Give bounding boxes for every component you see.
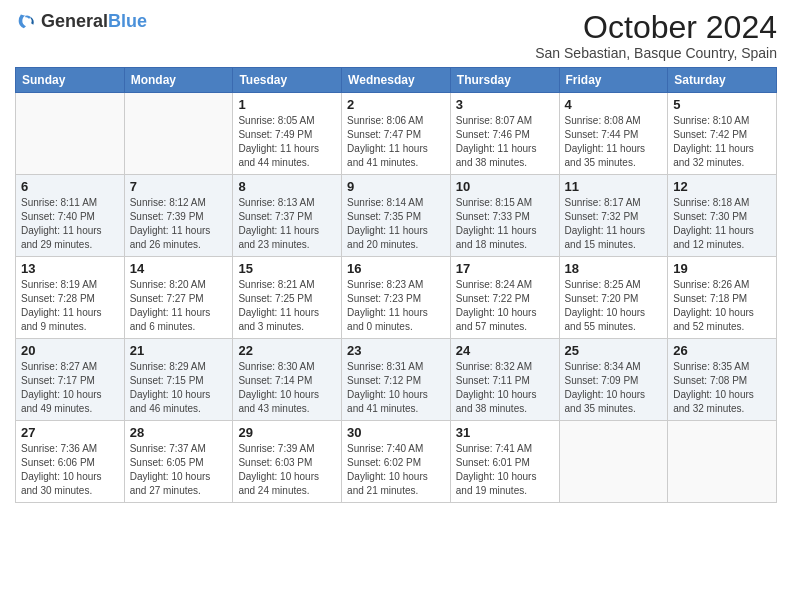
month-year: October 2024 [535,10,777,45]
day-number: 10 [456,179,554,194]
day-number: 6 [21,179,119,194]
calendar-row: 27Sunrise: 7:36 AM Sunset: 6:06 PM Dayli… [16,421,777,503]
day-number: 25 [565,343,663,358]
day-info: Sunrise: 7:36 AM Sunset: 6:06 PM Dayligh… [21,442,119,498]
table-row: 4Sunrise: 8:08 AM Sunset: 7:44 PM Daylig… [559,93,668,175]
table-row: 15Sunrise: 8:21 AM Sunset: 7:25 PM Dayli… [233,257,342,339]
table-row [559,421,668,503]
day-number: 19 [673,261,771,276]
day-info: Sunrise: 8:26 AM Sunset: 7:18 PM Dayligh… [673,278,771,334]
table-row: 9Sunrise: 8:14 AM Sunset: 7:35 PM Daylig… [342,175,451,257]
day-number: 15 [238,261,336,276]
logo-icon [15,10,37,32]
day-number: 12 [673,179,771,194]
day-number: 4 [565,97,663,112]
logo-general: General [41,12,108,30]
table-row: 8Sunrise: 8:13 AM Sunset: 7:37 PM Daylig… [233,175,342,257]
table-row [668,421,777,503]
location: San Sebastian, Basque Country, Spain [535,45,777,61]
day-info: Sunrise: 8:32 AM Sunset: 7:11 PM Dayligh… [456,360,554,416]
header: General Blue October 2024 San Sebastian,… [15,10,777,61]
table-row [16,93,125,175]
day-info: Sunrise: 8:23 AM Sunset: 7:23 PM Dayligh… [347,278,445,334]
day-info: Sunrise: 8:24 AM Sunset: 7:22 PM Dayligh… [456,278,554,334]
logo-blue: Blue [108,12,147,30]
day-info: Sunrise: 8:07 AM Sunset: 7:46 PM Dayligh… [456,114,554,170]
day-info: Sunrise: 8:14 AM Sunset: 7:35 PM Dayligh… [347,196,445,252]
day-number: 31 [456,425,554,440]
table-row: 13Sunrise: 8:19 AM Sunset: 7:28 PM Dayli… [16,257,125,339]
calendar: Sunday Monday Tuesday Wednesday Thursday… [15,67,777,503]
table-row: 2Sunrise: 8:06 AM Sunset: 7:47 PM Daylig… [342,93,451,175]
day-number: 23 [347,343,445,358]
day-info: Sunrise: 8:15 AM Sunset: 7:33 PM Dayligh… [456,196,554,252]
table-row: 25Sunrise: 8:34 AM Sunset: 7:09 PM Dayli… [559,339,668,421]
calendar-row: 13Sunrise: 8:19 AM Sunset: 7:28 PM Dayli… [16,257,777,339]
table-row: 1Sunrise: 8:05 AM Sunset: 7:49 PM Daylig… [233,93,342,175]
calendar-row: 20Sunrise: 8:27 AM Sunset: 7:17 PM Dayli… [16,339,777,421]
day-info: Sunrise: 8:29 AM Sunset: 7:15 PM Dayligh… [130,360,228,416]
day-number: 5 [673,97,771,112]
table-row: 7Sunrise: 8:12 AM Sunset: 7:39 PM Daylig… [124,175,233,257]
table-row: 3Sunrise: 8:07 AM Sunset: 7:46 PM Daylig… [450,93,559,175]
day-info: Sunrise: 8:12 AM Sunset: 7:39 PM Dayligh… [130,196,228,252]
table-row: 18Sunrise: 8:25 AM Sunset: 7:20 PM Dayli… [559,257,668,339]
table-row: 14Sunrise: 8:20 AM Sunset: 7:27 PM Dayli… [124,257,233,339]
day-info: Sunrise: 8:25 AM Sunset: 7:20 PM Dayligh… [565,278,663,334]
title-block: October 2024 San Sebastian, Basque Count… [535,10,777,61]
calendar-row: 1Sunrise: 8:05 AM Sunset: 7:49 PM Daylig… [16,93,777,175]
logo-text: General Blue [41,12,147,30]
table-row: 28Sunrise: 7:37 AM Sunset: 6:05 PM Dayli… [124,421,233,503]
col-saturday: Saturday [668,68,777,93]
day-info: Sunrise: 7:37 AM Sunset: 6:05 PM Dayligh… [130,442,228,498]
col-thursday: Thursday [450,68,559,93]
table-row: 24Sunrise: 8:32 AM Sunset: 7:11 PM Dayli… [450,339,559,421]
day-info: Sunrise: 8:19 AM Sunset: 7:28 PM Dayligh… [21,278,119,334]
table-row: 27Sunrise: 7:36 AM Sunset: 6:06 PM Dayli… [16,421,125,503]
day-number: 17 [456,261,554,276]
day-number: 16 [347,261,445,276]
day-number: 21 [130,343,228,358]
day-number: 9 [347,179,445,194]
calendar-header-row: Sunday Monday Tuesday Wednesday Thursday… [16,68,777,93]
table-row: 10Sunrise: 8:15 AM Sunset: 7:33 PM Dayli… [450,175,559,257]
table-row: 11Sunrise: 8:17 AM Sunset: 7:32 PM Dayli… [559,175,668,257]
day-info: Sunrise: 8:10 AM Sunset: 7:42 PM Dayligh… [673,114,771,170]
day-info: Sunrise: 8:18 AM Sunset: 7:30 PM Dayligh… [673,196,771,252]
table-row: 23Sunrise: 8:31 AM Sunset: 7:12 PM Dayli… [342,339,451,421]
day-info: Sunrise: 8:30 AM Sunset: 7:14 PM Dayligh… [238,360,336,416]
table-row: 16Sunrise: 8:23 AM Sunset: 7:23 PM Dayli… [342,257,451,339]
day-info: Sunrise: 8:17 AM Sunset: 7:32 PM Dayligh… [565,196,663,252]
day-number: 24 [456,343,554,358]
table-row: 31Sunrise: 7:41 AM Sunset: 6:01 PM Dayli… [450,421,559,503]
col-sunday: Sunday [16,68,125,93]
day-info: Sunrise: 8:05 AM Sunset: 7:49 PM Dayligh… [238,114,336,170]
day-number: 3 [456,97,554,112]
table-row: 17Sunrise: 8:24 AM Sunset: 7:22 PM Dayli… [450,257,559,339]
table-row [124,93,233,175]
day-number: 1 [238,97,336,112]
day-info: Sunrise: 7:41 AM Sunset: 6:01 PM Dayligh… [456,442,554,498]
table-row: 12Sunrise: 8:18 AM Sunset: 7:30 PM Dayli… [668,175,777,257]
day-number: 30 [347,425,445,440]
day-info: Sunrise: 8:13 AM Sunset: 7:37 PM Dayligh… [238,196,336,252]
day-info: Sunrise: 7:40 AM Sunset: 6:02 PM Dayligh… [347,442,445,498]
day-info: Sunrise: 7:39 AM Sunset: 6:03 PM Dayligh… [238,442,336,498]
day-number: 7 [130,179,228,194]
day-number: 22 [238,343,336,358]
day-number: 26 [673,343,771,358]
day-info: Sunrise: 8:34 AM Sunset: 7:09 PM Dayligh… [565,360,663,416]
day-number: 14 [130,261,228,276]
day-info: Sunrise: 8:21 AM Sunset: 7:25 PM Dayligh… [238,278,336,334]
day-number: 8 [238,179,336,194]
col-friday: Friday [559,68,668,93]
day-info: Sunrise: 8:27 AM Sunset: 7:17 PM Dayligh… [21,360,119,416]
col-wednesday: Wednesday [342,68,451,93]
day-info: Sunrise: 8:35 AM Sunset: 7:08 PM Dayligh… [673,360,771,416]
table-row: 30Sunrise: 7:40 AM Sunset: 6:02 PM Dayli… [342,421,451,503]
day-number: 20 [21,343,119,358]
table-row: 6Sunrise: 8:11 AM Sunset: 7:40 PM Daylig… [16,175,125,257]
day-number: 27 [21,425,119,440]
col-tuesday: Tuesday [233,68,342,93]
day-info: Sunrise: 8:31 AM Sunset: 7:12 PM Dayligh… [347,360,445,416]
